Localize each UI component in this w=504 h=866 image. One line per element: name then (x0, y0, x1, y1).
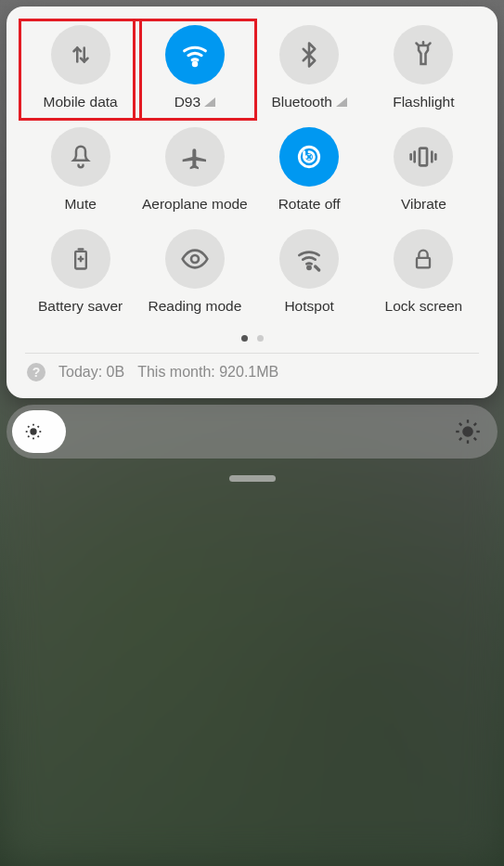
svg-point-16 (308, 266, 311, 269)
tile-label: Bluetooth (271, 94, 347, 110)
page-indicator[interactable] (16, 335, 488, 342)
tile-lock[interactable]: Lock screen (367, 229, 481, 315)
tile-label: Mobile data (44, 94, 118, 110)
svg-line-23 (28, 426, 29, 427)
svg-line-24 (38, 436, 39, 437)
data-usage-row[interactable]: ? Today: 0B This month: 920.1MB (16, 363, 488, 387)
svg-point-27 (463, 427, 472, 435)
usage-month: This month: 920.1MB (137, 364, 278, 381)
tile-mobile-data[interactable]: Mobile data (19, 19, 141, 120)
tile-label: Flashlight (393, 94, 454, 110)
wifi-icon[interactable] (165, 25, 225, 84)
svg-line-3 (429, 44, 431, 45)
airplane-icon[interactable] (165, 127, 225, 187)
bluetooth-icon[interactable] (279, 25, 339, 84)
tile-hotspot[interactable]: Hotspot (252, 229, 367, 315)
brightness-low-icon (23, 421, 44, 442)
svg-rect-17 (417, 258, 430, 268)
mobile-data-icon[interactable] (51, 25, 110, 84)
divider (25, 353, 479, 354)
svg-point-18 (31, 429, 36, 434)
flashlight-icon[interactable] (394, 25, 453, 84)
rotate-icon[interactable] (279, 127, 339, 187)
tile-label: Reading mode (148, 298, 241, 315)
battery-icon[interactable] (51, 229, 110, 289)
page-dot[interactable] (241, 335, 248, 342)
tile-label: Vibrate (401, 196, 446, 213)
page-dot[interactable] (257, 335, 264, 342)
tile-wifi[interactable]: D93 (134, 19, 255, 120)
svg-line-32 (459, 423, 461, 425)
eye-icon[interactable] (165, 229, 225, 289)
usage-today: Today: 0B (58, 364, 124, 381)
signal-icon (204, 97, 215, 107)
tile-label: Hotspot (284, 298, 333, 315)
signal-icon (336, 97, 347, 107)
tile-airplane[interactable]: Aeroplane mode (137, 127, 252, 213)
mute-icon[interactable] (51, 127, 110, 187)
svg-line-2 (417, 44, 419, 45)
tile-label: Battery saver (38, 298, 123, 315)
hotspot-icon[interactable] (279, 229, 339, 289)
brightness-slider[interactable] (6, 405, 498, 459)
tile-label: Lock screen (385, 298, 463, 315)
info-icon: ? (27, 363, 45, 381)
lock-icon[interactable] (394, 229, 453, 289)
svg-line-33 (474, 438, 476, 440)
vibrate-icon[interactable] (394, 127, 453, 187)
svg-rect-6 (420, 149, 427, 166)
tile-mute[interactable]: Mute (23, 127, 137, 213)
tile-eye[interactable]: Reading mode (137, 229, 252, 315)
tile-vibrate[interactable]: Vibrate (367, 127, 481, 213)
svg-line-26 (38, 426, 39, 427)
brightness-high-icon (455, 419, 481, 445)
tile-label: Rotate off (278, 196, 341, 213)
tile-flashlight[interactable]: Flashlight (367, 25, 481, 110)
quick-settings-panel: Mobile dataD93BluetoothFlashlightMuteAer… (6, 6, 498, 398)
tile-label: Aeroplane mode (142, 196, 248, 213)
tile-battery[interactable]: Battery saver (23, 229, 137, 315)
svg-line-25 (28, 436, 29, 437)
tile-rotate[interactable]: Rotate off (252, 127, 367, 213)
tiles-grid: Mobile dataD93BluetoothFlashlightMuteAer… (16, 25, 488, 315)
tile-bluetooth[interactable]: Bluetooth (252, 25, 367, 110)
svg-line-35 (474, 423, 476, 425)
svg-point-15 (191, 255, 199, 263)
drag-handle[interactable] (229, 475, 276, 482)
svg-line-34 (459, 438, 461, 440)
tile-label: Mute (64, 196, 96, 213)
svg-point-0 (193, 62, 196, 65)
tile-label: D93 (174, 94, 215, 110)
